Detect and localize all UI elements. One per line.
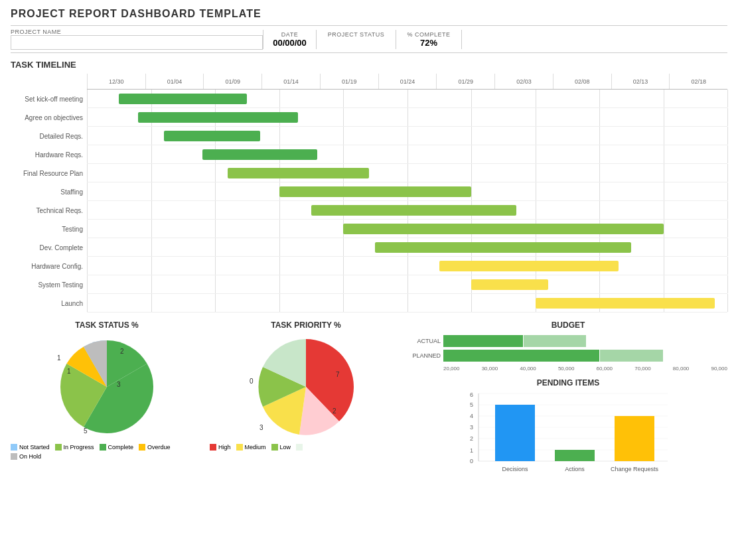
tick-1: 01/04 (145, 74, 204, 89)
vline-2-8 (599, 127, 600, 145)
complete-label: % COMPLETE (402, 31, 456, 38)
vline-7-10 (727, 220, 728, 238)
legend-dot-on-hold (11, 453, 17, 460)
vline-2-1 (151, 127, 152, 145)
vline-6-8 (599, 201, 600, 219)
vline-6-10 (727, 201, 728, 219)
pending-title: PENDING ITEMS (409, 378, 727, 387)
vline-1-7 (536, 108, 536, 126)
vline-4-6 (471, 164, 472, 182)
legend-label-high: High (218, 444, 231, 451)
vline-8-0 (87, 238, 88, 256)
tick-2: 01/09 (203, 74, 261, 89)
legend-dot-low (271, 444, 278, 451)
gantt-rows (87, 90, 727, 313)
vline-0-4 (343, 90, 344, 107)
legend-dot-complete (100, 444, 106, 451)
vline-10-9 (664, 275, 664, 293)
gantt-row-0 (87, 90, 727, 108)
vline-0-0 (87, 90, 88, 107)
vline-3-4 (343, 145, 344, 163)
budget-section: BUDGET ACTUAL PLANNED (409, 320, 727, 373)
gantt-row-7 (87, 220, 727, 238)
legend-label-in-progress: In Progress (64, 444, 94, 451)
legend-label-not-started: Not Started (19, 444, 50, 451)
vline-5-9 (664, 182, 664, 200)
gantt-labels: Set kick-off meeting Agree on objectives… (11, 74, 87, 313)
vline-3-0 (87, 145, 88, 163)
vline-4-10 (727, 164, 728, 182)
budget-actual-label: ACTUAL (409, 338, 441, 344)
vline-8-4 (343, 238, 344, 256)
y-6: 6 (470, 391, 473, 398)
tick-9: 02/13 (611, 74, 670, 89)
legend-label-on-hold: On Hold (19, 453, 41, 460)
vline-10-2 (215, 275, 216, 293)
vline-4-5 (407, 164, 408, 182)
bar-label-decisions: Decisions (502, 466, 528, 472)
gantt-container: Set kick-off meeting Agree on objectives… (11, 74, 727, 313)
vline-11-10 (727, 294, 728, 312)
budget-planned-row: PLANNED (409, 350, 727, 362)
budget-planned-bar-1 (443, 350, 599, 362)
vline-5-0 (87, 182, 88, 200)
prio-label-3: 3 (259, 424, 263, 431)
prio-label-2: 2 (332, 407, 336, 415)
vline-6-0 (87, 201, 88, 219)
gantt-bar-9 (439, 261, 619, 271)
task-label-11: Launch (11, 294, 87, 313)
vline-0-7 (536, 90, 536, 107)
vline-7-0 (87, 220, 88, 238)
gantt-row-11 (87, 294, 727, 313)
vline-2-10 (727, 127, 728, 145)
vline-4-9 (664, 164, 664, 182)
legend-in-progress: In Progress (55, 444, 94, 451)
vline-9-1 (151, 257, 152, 275)
gantt-header: 12/30 01/04 01/09 01/14 01/19 01/24 01/2… (87, 74, 727, 90)
vline-1-5 (407, 108, 408, 126)
tick-6: 01/29 (436, 74, 494, 89)
vline-5-6 (471, 182, 472, 200)
vline-7-9 (664, 220, 664, 238)
pie-label-5: 5 (84, 427, 88, 435)
y-1: 1 (470, 447, 473, 454)
gantt-bar-6 (311, 205, 516, 216)
tick-8: 02/08 (553, 74, 611, 89)
task-status-title: TASK STATUS % (11, 320, 203, 330)
status-label: PROJECT STATUS (322, 31, 390, 38)
vline-5-7 (536, 182, 536, 200)
gantt-bar-0 (119, 94, 247, 104)
task-label-10: System Testing (11, 275, 87, 294)
gantt-bar-3 (202, 149, 318, 160)
task-label-5: Staffing (11, 182, 87, 201)
vline-11-4 (343, 294, 344, 312)
project-header: PROJECT NAME DATE 00/00/00 PROJECT STATU… (11, 25, 727, 53)
vline-0-3 (279, 90, 280, 107)
budget-axis: 20,000 30,000 40,000 50,000 60,000 70,00… (443, 366, 727, 372)
task-label-3: Hardware Reqs. (11, 145, 87, 164)
gantt-row-5 (87, 182, 727, 201)
vline-11-5 (407, 294, 408, 312)
gantt-bar-7 (343, 224, 664, 234)
vline-4-2 (215, 164, 216, 182)
budget-actual-bar-2 (524, 335, 586, 347)
gantt-row-3 (87, 145, 727, 164)
vline-3-8 (599, 145, 600, 163)
y-5: 5 (470, 401, 473, 408)
axis-30k: 30,000 (482, 366, 498, 372)
vline-9-4 (343, 257, 344, 275)
vline-4-1 (151, 164, 152, 182)
vline-0-9 (664, 90, 664, 107)
vline-11-1 (151, 294, 152, 312)
date-label: DATE (269, 31, 311, 38)
vline-10-4 (343, 275, 344, 293)
vline-3-5 (407, 145, 408, 163)
legend-dot-blank (296, 444, 303, 451)
vline-1-8 (599, 108, 600, 126)
prio-label-0: 0 (250, 378, 254, 385)
legend-blank (296, 444, 305, 451)
legend-high: High (210, 444, 231, 451)
legend-complete: Complete (100, 444, 134, 451)
gantt-row-8 (87, 238, 727, 257)
gantt-bar-11 (536, 298, 715, 309)
